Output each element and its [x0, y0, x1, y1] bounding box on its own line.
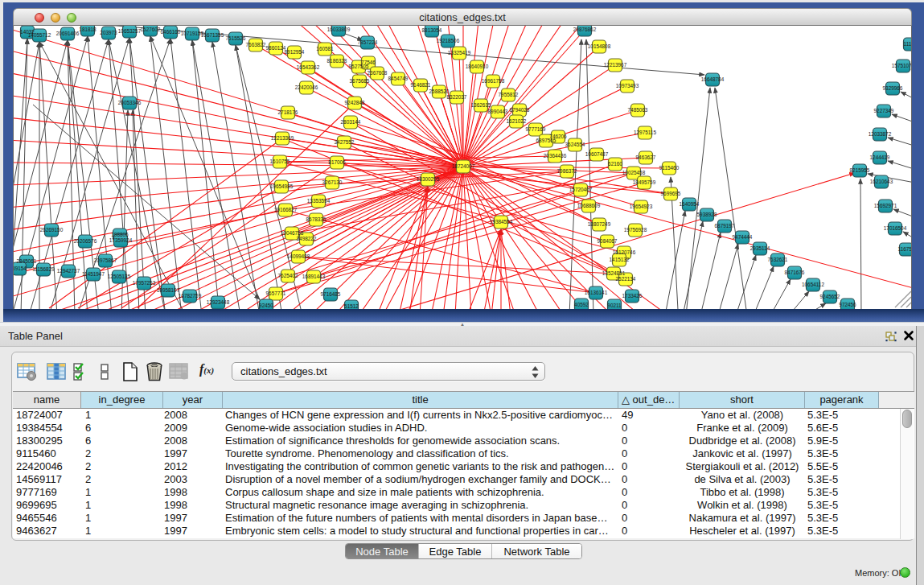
svg-text:3498222: 3498222: [297, 236, 317, 241]
svg-text:9777169: 9777169: [526, 126, 546, 132]
svg-text:7485063: 7485063: [628, 107, 648, 113]
svg-text:19166827: 19166827: [274, 207, 298, 212]
svg-text:15720407: 15720407: [569, 187, 593, 192]
svg-text:3427552: 3427552: [335, 139, 355, 145]
svg-text:7625402: 7625402: [278, 273, 298, 278]
svg-text:10653257: 10653257: [118, 28, 142, 34]
svg-text:18724007: 18724007: [452, 163, 475, 169]
svg-text:10607487: 10607487: [585, 151, 609, 157]
svg-text:14055712: 14055712: [28, 32, 51, 38]
svg-text:12505135: 12505135: [108, 274, 131, 279]
svg-text:9227349: 9227349: [874, 108, 894, 113]
svg-text:2367608: 2367608: [368, 70, 388, 76]
svg-text:1527602: 1527602: [141, 27, 161, 32]
svg-text:51512: 51512: [344, 303, 359, 309]
svg-text:1610755: 1610755: [270, 159, 290, 164]
svg-text:12923448: 12923448: [207, 299, 230, 305]
svg-text:9474444: 9474444: [733, 234, 753, 240]
svg-text:6879197: 6879197: [715, 223, 735, 229]
svg-text:2522134: 2522134: [616, 276, 636, 282]
svg-text:9716485: 9716485: [321, 291, 341, 297]
svg-text:7986372: 7986372: [557, 168, 577, 174]
svg-text:13325419: 13325419: [448, 50, 471, 56]
svg-text:19756928: 19756928: [624, 227, 647, 233]
svg-text:10654112: 10654112: [802, 282, 824, 287]
svg-text:16671355: 16671355: [201, 32, 224, 38]
svg-text:17359924: 17359924: [109, 237, 133, 243]
svg-text:12213967: 12213967: [604, 62, 627, 68]
svg-text:9242848: 9242848: [345, 100, 365, 105]
svg-text:26269150: 26269150: [40, 227, 64, 233]
svg-text:20364436: 20364436: [544, 153, 567, 159]
svg-text:18495759: 18495759: [633, 179, 656, 185]
svg-text:62160: 62160: [608, 161, 622, 167]
svg-text:20975867: 20975867: [94, 257, 117, 263]
svg-text:10025458: 10025458: [622, 170, 646, 175]
svg-text:10958107: 10958107: [157, 287, 180, 293]
svg-text:198805: 198805: [111, 232, 129, 237]
svg-text:1621022: 1621022: [507, 118, 527, 124]
svg-text:20206576: 20206576: [74, 238, 97, 244]
svg-text:92450: 92450: [259, 303, 273, 308]
svg-text:817006: 817006: [328, 159, 346, 165]
svg-text:9329966: 9329966: [883, 85, 903, 91]
svg-text:17016504: 17016504: [884, 225, 907, 231]
svg-text:16782759: 16782759: [179, 293, 202, 299]
svg-text:5938928: 5938928: [697, 212, 717, 217]
svg-text:11123: 11123: [904, 41, 912, 47]
svg-text:11451947: 11451947: [82, 271, 105, 277]
svg-text:1415132: 1415132: [610, 257, 630, 262]
svg-text:13353594: 13353594: [307, 198, 331, 204]
svg-text:12975115: 12975115: [634, 130, 656, 135]
svg-text:20876862: 20876862: [573, 27, 597, 32]
svg-text:7955812: 7955812: [499, 92, 519, 97]
svg-text:9463627: 9463627: [636, 154, 656, 160]
svg-text:39154: 39154: [14, 266, 27, 271]
svg-text:160581: 160581: [316, 46, 334, 51]
svg-text:972456: 972456: [839, 302, 856, 307]
svg-text:6466160: 6466160: [161, 29, 181, 35]
svg-text:2803144: 2803144: [341, 119, 361, 125]
svg-text:20691406: 20691406: [56, 31, 80, 36]
svg-text:20053346: 20053346: [118, 100, 142, 105]
svg-text:19654985: 19654985: [270, 183, 294, 189]
svg-text:8990443: 8990443: [488, 109, 508, 114]
svg-text:40592: 40592: [574, 302, 589, 307]
svg-text:77546: 77546: [361, 60, 376, 65]
svg-text:15751074: 15751074: [892, 63, 912, 68]
svg-text:22420046: 22420046: [295, 84, 318, 90]
svg-text:203973: 203973: [100, 30, 117, 35]
svg-text:9146821: 9146821: [411, 82, 431, 88]
svg-text:19654923: 19654923: [630, 204, 653, 209]
svg-text:8215955: 8215955: [850, 167, 870, 173]
svg-text:3675685: 3675685: [350, 78, 370, 84]
svg-text:116753: 116753: [898, 246, 912, 252]
svg-text:1244419: 1244419: [870, 154, 890, 160]
svg-text:18640910: 18640910: [466, 64, 489, 69]
svg-text:1362615: 1362615: [471, 102, 491, 108]
svg-text:1640954: 1640954: [680, 201, 700, 207]
svg-text:12213369: 12213369: [271, 135, 294, 141]
svg-text:7632621: 7632621: [768, 257, 788, 262]
svg-text:9084067: 9084067: [598, 238, 618, 244]
svg-text:12942737: 12942737: [57, 268, 80, 274]
svg-text:2588520: 2588520: [429, 89, 450, 94]
svg-text:9115460: 9115460: [659, 165, 680, 171]
svg-text:10973493: 10973493: [616, 83, 639, 89]
svg-text:2935114: 2935114: [750, 245, 770, 251]
svg-text:16120746: 16120746: [613, 249, 636, 255]
svg-text:18300295: 18300295: [417, 176, 440, 182]
svg-text:7857224: 7857224: [358, 39, 378, 45]
svg-text:2845061: 2845061: [17, 258, 37, 264]
svg-text:9245652: 9245652: [820, 294, 840, 299]
svg-text:8471676: 8471676: [785, 270, 805, 275]
svg-text:12033872: 12033872: [869, 131, 892, 137]
svg-text:8912954: 8912954: [285, 49, 305, 55]
svg-text:19218506: 19218506: [437, 38, 460, 43]
svg-text:15692971: 15692971: [874, 203, 897, 208]
svg-text:16648784: 16648784: [701, 76, 725, 82]
svg-text:7515526: 7515526: [226, 35, 246, 41]
svg-text:10688609: 10688609: [577, 203, 601, 208]
svg-text:11156829: 11156829: [32, 266, 55, 272]
svg-text:16210643: 16210643: [870, 179, 893, 184]
